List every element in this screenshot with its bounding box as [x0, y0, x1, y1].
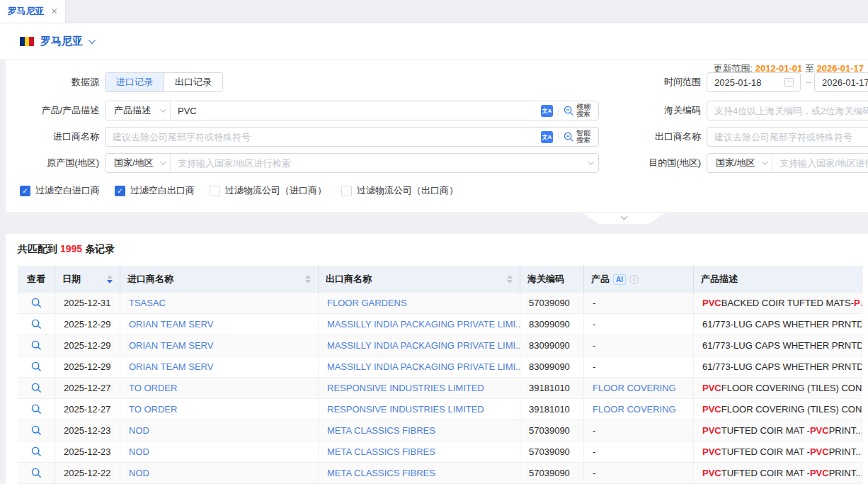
view-detail-button[interactable] — [18, 399, 55, 420]
date-range-separator: – — [803, 72, 814, 92]
chevron-down-icon[interactable] — [88, 37, 96, 44]
checkbox-unchecked-icon — [341, 186, 352, 196]
result-count: 共匹配到1995条记录 — [6, 234, 868, 256]
table-header: 查看 日期 进口商名称 出口商名称 海关编码 产品 AI i 产品描述 — [18, 266, 862, 293]
exporter-link[interactable]: MASSILLY INDIA PACKAGING PRIVATE LIMI... — [319, 314, 520, 334]
exporter-link[interactable]: RESPONSIVE INDUSTRIES LIMITED — [319, 378, 520, 398]
exporter-link[interactable]: FLOOR GARDENS — [319, 293, 520, 313]
importer-link[interactable]: ORIAN TEAM SERV — [120, 314, 319, 334]
importer-link[interactable]: ORIAN TEAM SERV — [120, 356, 319, 377]
exporter-link[interactable]: MASSILLY INDIA PACKAGING PRIVATE LIMI... — [319, 335, 520, 356]
chevron-down-icon — [160, 106, 166, 112]
romania-flag-icon — [20, 37, 34, 46]
date-cell: 2025-12-29 — [55, 356, 120, 377]
product-cell: - — [584, 463, 694, 483]
origin-country-input[interactable] — [171, 158, 581, 169]
import-records-button[interactable]: 进口记录 — [105, 73, 164, 91]
view-detail-button[interactable] — [18, 335, 55, 356]
col-view: 查看 — [18, 266, 55, 293]
col-product: 产品 AI i — [584, 266, 694, 293]
checkbox-filter-blank-importer[interactable]: ✓ 过滤空白进口商 — [20, 184, 100, 197]
table-row: 2025-12-29 ORIAN TEAM SERV MASSILLY INDI… — [18, 314, 862, 335]
date-cell: 2025-12-29 — [55, 314, 120, 334]
exporter-link[interactable]: META CLASSICS FIBRES — [319, 463, 520, 483]
view-detail-button[interactable] — [18, 314, 55, 334]
col-hs-code: 海关编码 — [520, 266, 584, 293]
product-mode-select[interactable]: 产品描述 — [105, 101, 171, 120]
col-date: 日期 — [55, 266, 120, 293]
view-detail-button[interactable] — [18, 420, 55, 441]
importer-link[interactable]: NOD — [120, 420, 319, 441]
importer-link[interactable]: NOD — [120, 441, 319, 462]
sort-importer[interactable] — [305, 275, 311, 283]
view-detail-button[interactable] — [18, 293, 55, 313]
hs-code-cell: 57039090 — [520, 420, 584, 441]
calendar-icon[interactable] — [784, 78, 794, 87]
results-panel: 共匹配到1995条记录 查看 日期 进口商名称 出口商名称 海关编码 产品 AI… — [6, 234, 868, 484]
close-icon[interactable]: ✕ — [50, 6, 57, 16]
divider — [558, 105, 559, 116]
hs-code-cell: 39181010 — [520, 399, 584, 420]
hs-code-cell: 57039090 — [520, 293, 584, 313]
checkbox-checked-icon: ✓ — [20, 186, 30, 196]
importer-input[interactable] — [105, 132, 535, 142]
view-detail-button[interactable] — [18, 378, 55, 398]
hs-code-input[interactable] — [707, 106, 868, 116]
importer-link[interactable]: TO ORDER — [120, 399, 319, 420]
checkbox-filter-logistics-importer[interactable]: 过滤物流公司（进口商） — [210, 184, 326, 197]
view-detail-button[interactable] — [18, 463, 55, 483]
product-link[interactable]: FLOOR COVERING — [584, 378, 694, 398]
tab-romania[interactable]: 罗马尼亚 ✕ — [0, 0, 66, 23]
export-records-button[interactable]: 出口记录 — [164, 73, 222, 91]
hs-code-cell: 57039090 — [520, 463, 584, 483]
data-source-toggle: 进口记录 出口记录 — [105, 72, 223, 92]
filter-checkboxes: ✓ 过滤空白进口商 ✓ 过滤空白出口商 过滤物流公司（进口商） 过滤物流公司（出… — [20, 184, 473, 197]
exporter-link[interactable]: MASSILLY INDIA PACKAGING PRIVATE LIMI... — [319, 356, 520, 377]
exporter-link[interactable]: META CLASSICS FIBRES — [319, 420, 520, 441]
destination-mode-select[interactable]: 国家/地区 — [707, 154, 772, 172]
view-detail-button[interactable] — [18, 441, 55, 462]
sort-date[interactable] — [107, 275, 113, 283]
translate-icon[interactable]: 文A — [541, 131, 553, 143]
origin-mode-select[interactable]: 国家/地区 — [105, 154, 171, 172]
product-search-input[interactable] — [171, 106, 535, 116]
hs-code-cell: 83099090 — [520, 314, 584, 334]
destination-country-input[interactable] — [772, 158, 868, 169]
date-start-input[interactable] — [707, 77, 784, 88]
exporter-link[interactable]: META CLASSICS FIBRES — [319, 441, 520, 462]
collapse-panel-button[interactable] — [582, 213, 666, 224]
result-count-number: 1995 — [57, 243, 85, 254]
description-cell: PVC TUFTED COIR MAT - PVC PRINT... — [694, 463, 862, 483]
date-cell: 2025-12-29 — [55, 335, 120, 356]
date-end-input[interactable] — [815, 77, 868, 88]
importer-label: 进口商名称 — [6, 127, 99, 147]
hs-code-cell: 57039090 — [520, 441, 584, 462]
date-cell: 2025-12-23 — [55, 420, 120, 441]
sort-exporter[interactable] — [507, 275, 513, 283]
checkbox-filter-logistics-exporter[interactable]: 过滤物流公司（出口商） — [341, 184, 458, 197]
exporter-link[interactable]: RESPONSIVE INDUSTRIES LIMITED — [319, 399, 520, 420]
hs-code-input-box — [707, 101, 868, 120]
exporter-input[interactable] — [707, 132, 868, 142]
description-cell: PVC BACKED COIR TUFTED MATS-P... — [694, 293, 862, 313]
chevron-down-icon — [620, 213, 627, 220]
fuzzy-search-button[interactable]: 模糊搜索 — [564, 103, 592, 118]
country-title[interactable]: 罗马尼亚 — [40, 35, 83, 48]
translate-icon[interactable]: 文A — [541, 105, 553, 117]
importer-link[interactable]: TSASAC — [120, 293, 319, 313]
checkbox-unchecked-icon — [210, 186, 220, 196]
hs-code-cell: 39181010 — [520, 378, 584, 398]
product-link[interactable]: FLOOR COVERING — [584, 399, 694, 420]
importer-link[interactable]: NOD — [120, 463, 319, 483]
table-row: 2025-12-23 NOD META CLASSICS FIBRES 5703… — [18, 441, 862, 463]
smart-search-button[interactable]: 智能搜索 — [564, 130, 592, 144]
importer-link[interactable]: TO ORDER — [120, 378, 319, 398]
country-header: 罗马尼亚 — [0, 23, 868, 60]
view-detail-button[interactable] — [18, 356, 55, 377]
checkbox-filter-blank-exporter[interactable]: ✓ 过滤空白出口商 — [115, 184, 195, 197]
importer-link[interactable]: ORIAN TEAM SERV — [120, 335, 319, 356]
info-icon[interactable]: i — [629, 275, 639, 284]
chevron-down-icon[interactable] — [588, 159, 593, 164]
table-row: 2025-12-23 NOD META CLASSICS FIBRES 5703… — [18, 420, 862, 441]
magnifier-icon — [31, 425, 42, 436]
